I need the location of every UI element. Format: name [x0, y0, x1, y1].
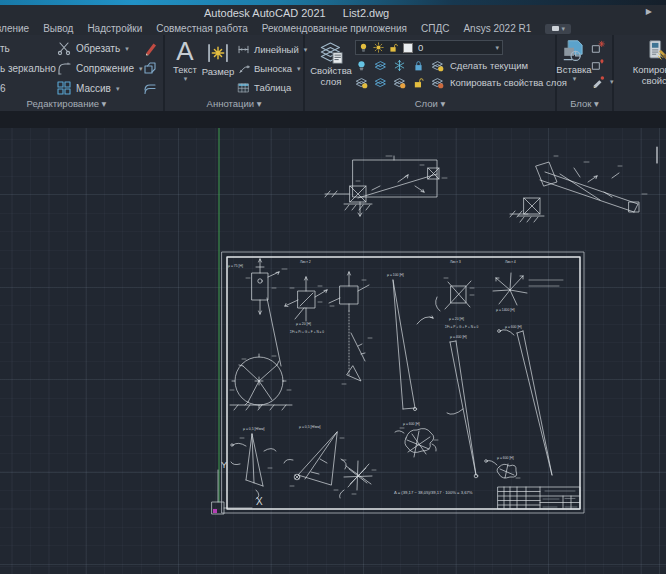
- svg-text:μ = 100 [Н]: μ = 100 [Н]: [387, 273, 404, 277]
- dropdown-arrow-icon: ▾: [495, 44, 499, 51]
- array-button[interactable]: Массив ▾: [56, 80, 119, 96]
- svg-text:Лист 4: Лист 4: [505, 260, 516, 264]
- sheet-frame: [222, 252, 584, 513]
- mechanism-sketch-a: [325, 156, 447, 216]
- svg-text:ΣFi = P + G + F + N = 0: ΣFi = P + G + F + N = 0: [445, 325, 479, 329]
- layer-tools-row2: Копировать свойства слоя: [355, 74, 567, 90]
- linear-dimension-icon: [237, 43, 250, 56]
- linear-dim-label: Линейный: [254, 44, 299, 55]
- dropdown-arrow-icon: ▾: [116, 85, 120, 92]
- table-label: Таблица: [254, 82, 291, 93]
- window-title: Autodesk AutoCAD 2021 List2.dwg: [204, 7, 389, 19]
- match-properties-button[interactable]: Копировани свойств: [622, 38, 666, 86]
- panel-label-modify[interactable]: Редактирование ▾: [0, 98, 163, 109]
- dropdown-arrow-icon: ▾: [562, 25, 566, 32]
- svg-text:Лист 3: Лист 3: [450, 260, 461, 264]
- dimension-button[interactable]: Размер: [203, 40, 233, 77]
- layer-unisolate-icon[interactable]: [374, 76, 387, 89]
- svg-text:Лист 2: Лист 2: [300, 260, 311, 264]
- block-editor-button[interactable]: ▾: [591, 73, 614, 89]
- erase-pencil-icon: [142, 40, 158, 56]
- svg-text:μ = 600 [Н]: μ = 600 [Н]: [403, 422, 420, 426]
- match-layer-button[interactable]: Копировать свойства слоя: [450, 77, 567, 88]
- layer-properties-icon: [318, 38, 345, 65]
- ribbon-display-button[interactable]: ▾: [545, 24, 571, 34]
- dropdown-arrow-icon: ▾: [610, 78, 614, 85]
- leader-icon: [237, 62, 250, 75]
- layer-off-icon[interactable]: [355, 59, 368, 72]
- title-overflow-arrow-icon[interactable]: ▶: [646, 7, 652, 16]
- layer-turn-on-icon[interactable]: [355, 76, 368, 89]
- match-properties-label1: Копировани: [633, 64, 666, 75]
- fillet-label: Сопряжение: [76, 63, 134, 74]
- panel-label-layers[interactable]: Слои ▾: [305, 98, 555, 109]
- force-polygon-2: [447, 341, 478, 478]
- svg-text:ΣFi = Pi + G + F + N = 0: ΣFi = Pi + G + F + N = 0: [290, 330, 324, 334]
- match-layer-icon: [431, 76, 444, 89]
- erase-button[interactable]: [142, 40, 158, 56]
- make-current-button[interactable]: Сделать текущим: [450, 60, 528, 71]
- menu-item-featured-apps[interactable]: Рекомендованные приложения: [262, 23, 407, 34]
- offset-icon: [142, 80, 158, 96]
- create-block-button[interactable]: [591, 39, 605, 55]
- fillet-button[interactable]: Сопряжение ▾: [56, 60, 143, 76]
- drawing-canvas[interactable]: Y X: [0, 128, 666, 574]
- block-editor-icon: [591, 74, 605, 88]
- title-accent-strip: [0, 0, 666, 5]
- table-icon: [237, 81, 250, 94]
- dimension-icon: [205, 40, 231, 66]
- force-star: [340, 460, 377, 498]
- menu-item-ansys[interactable]: Ansys 2022 R1: [463, 23, 531, 34]
- layer-lock-icon[interactable]: [412, 59, 425, 72]
- mechanism-sketch-b: [510, 156, 647, 222]
- menu-item-output[interactable]: Вывод: [43, 23, 73, 34]
- insert-block-button[interactable]: Вставка ▾: [559, 38, 589, 82]
- leader-button[interactable]: Выноска ▾: [237, 60, 301, 76]
- menu-item-addins[interactable]: Надстройки: [87, 23, 142, 34]
- layer-color-swatch: [403, 43, 413, 53]
- menu-item-collaborate[interactable]: Совместная работа: [156, 23, 248, 34]
- linear-dim-button[interactable]: Линейный ▾: [237, 41, 307, 57]
- copy-button[interactable]: [142, 60, 158, 76]
- force-polygon-3: [498, 330, 552, 475]
- layer-on-icon: [358, 42, 369, 53]
- leader-label: Выноска: [254, 63, 292, 74]
- layer-select-value: 0: [418, 42, 492, 53]
- diagram-block-3: [329, 272, 372, 384]
- ucs-icon: [212, 470, 252, 514]
- match-properties-icon: [646, 38, 666, 64]
- dropdown-arrow-icon: ▾: [184, 75, 188, 82]
- offset-button[interactable]: [142, 80, 158, 96]
- table-button[interactable]: Таблица: [237, 79, 291, 95]
- force-triangle-a: [231, 434, 276, 499]
- drawing-content: Y X: [0, 128, 666, 574]
- svg-text:Δ = (39,17 − 38,05)/39,17 · 10: Δ = (39,17 − 38,05)/39,17 · 100% = 3,67%: [394, 490, 473, 495]
- panel-label-annotation[interactable]: Аннотации ▾: [165, 98, 303, 109]
- layer-properties-button[interactable]: Свойства слоя: [309, 38, 353, 87]
- layer-freeze-icon[interactable]: [393, 59, 406, 72]
- panel-modify: ть ь зеркально 6 Обрезать ▾ Сопряжение ▾…: [0, 35, 165, 111]
- svg-text:μ = 400 [Н]: μ = 400 [Н]: [450, 335, 467, 339]
- block-attributes-icon: [591, 57, 605, 71]
- layer-properties-label1: Свойства: [310, 65, 352, 76]
- layer-unlock-tool-icon[interactable]: [412, 76, 425, 89]
- menu-item-spds[interactable]: СПДС: [421, 23, 449, 34]
- svg-text:μ = 0,5 [Н/мм]: μ = 0,5 [Н/мм]: [243, 427, 264, 431]
- clipped-button-mirror[interactable]: ь зеркально: [0, 63, 56, 74]
- insert-block-icon: [561, 38, 587, 64]
- panel-layers: Свойства слоя 0 ▾ Сделать текущим: [305, 35, 557, 111]
- clipped-button-move[interactable]: ть: [0, 43, 10, 54]
- layer-select[interactable]: 0 ▾: [355, 40, 503, 55]
- layer-isolate-icon[interactable]: [374, 59, 387, 72]
- svg-text:μ = 0,5 [Н/мм]: μ = 0,5 [Н/мм]: [299, 425, 320, 429]
- layer-unlock-icon: [388, 42, 399, 53]
- menu-item-clipped[interactable]: вление: [0, 23, 29, 34]
- panel-label-block[interactable]: Блок ▾: [557, 98, 612, 109]
- force-polygon-1: [393, 280, 433, 411]
- block-attributes-button[interactable]: [591, 56, 605, 72]
- trim-button[interactable]: Обрезать ▾: [56, 40, 129, 56]
- text-button[interactable]: А Текст ▾: [169, 38, 201, 82]
- svg-text:μ = 600 [Н]: μ = 600 [Н]: [497, 456, 514, 460]
- layer-thaw-all-icon[interactable]: [393, 76, 406, 89]
- clipped-button-scale[interactable]: 6: [0, 83, 6, 94]
